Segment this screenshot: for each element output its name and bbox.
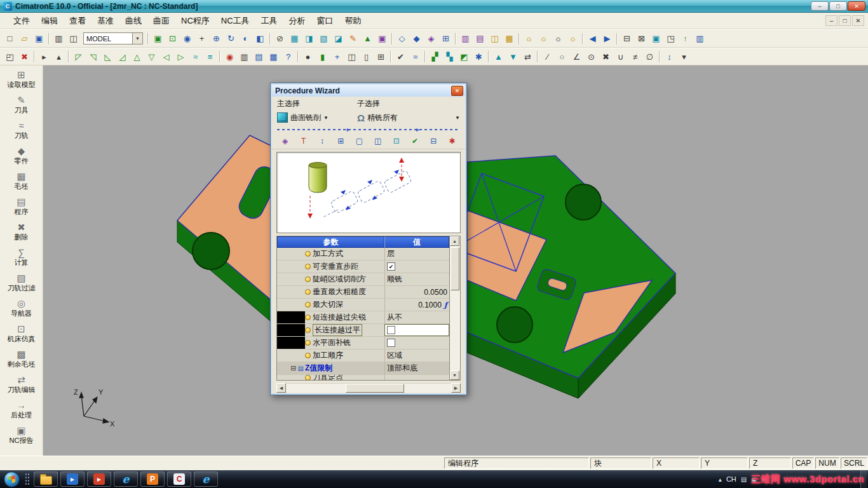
sidebar-item[interactable]: ⊞读取模型	[0, 67, 43, 92]
checkbox[interactable]	[387, 326, 395, 334]
toolbar-icon[interactable]: ≈	[188, 50, 203, 64]
menu-item-1[interactable]: 文件	[8, 14, 36, 28]
execute-icon[interactable]: ✱	[445, 135, 459, 148]
light-off-icon[interactable]: ☼	[551, 32, 566, 46]
toolbar-icon[interactable]: ∪	[613, 50, 628, 64]
param-row[interactable]: 水平面补铣	[277, 337, 449, 349]
verify-icon[interactable]: ✔	[409, 135, 422, 148]
bore-hole-bottom[interactable]	[497, 307, 532, 342]
sheet-icon[interactable]: ◫	[487, 32, 502, 46]
value-cell[interactable]	[384, 324, 449, 336]
param-row[interactable]: 可变垂直步距✔	[277, 261, 449, 273]
zoom-window-icon[interactable]: ⊡	[165, 32, 180, 46]
circle-icon[interactable]: ○	[555, 50, 569, 64]
vertical-scrollbar[interactable]	[449, 236, 460, 380]
sub-select-combo[interactable]: 精铣所有 ▼	[357, 112, 460, 123]
collapse-icon[interactable]: ⊟	[290, 365, 296, 372]
scroll-right-icon[interactable]	[451, 383, 461, 393]
sidebar-item[interactable]: ✖删除	[0, 219, 43, 245]
zoom-icon[interactable]: ◉	[180, 32, 194, 46]
sidebar-item[interactable]: ▧刀轨过滤	[0, 270, 43, 295]
sub-dropdown-arrow-icon[interactable]: ▼	[455, 115, 460, 121]
cimatron-icon[interactable]: C	[167, 471, 191, 487]
solid-icon[interactable]: ▣	[375, 32, 390, 46]
video-app-icon[interactable]: ▸	[87, 471, 111, 487]
menu-item-3[interactable]: 查看	[64, 14, 92, 28]
toolbar-icon[interactable]: ▽	[144, 50, 159, 64]
selection-filter-icon[interactable]: ◰	[3, 50, 17, 64]
scroll-left-icon[interactable]	[276, 383, 286, 393]
mdi-minimize-button[interactable]: –	[825, 15, 837, 26]
toolbar-icon[interactable]: ≠	[628, 50, 642, 64]
surface-icon[interactable]: ▲	[360, 32, 375, 46]
shading-icon[interactable]: ◐	[238, 32, 253, 46]
browser-icon[interactable]: e	[194, 471, 218, 487]
value-cell[interactable]: 区域	[384, 349, 449, 362]
value-column-header[interactable]: 值	[384, 236, 449, 248]
toolbar-icon[interactable]: ⊞	[374, 50, 388, 64]
menu-item-8[interactable]: NC工具	[215, 14, 255, 28]
curve-icon[interactable]: ◆	[409, 32, 424, 46]
bore-hole-top[interactable]	[566, 184, 601, 220]
menu-item-5[interactable]: 曲线	[119, 14, 147, 28]
print-icon[interactable]: ▥	[51, 32, 66, 46]
preview-icon[interactable]: ▢	[353, 135, 366, 148]
viewport-3d[interactable]: Z Y X Procedure Wizard ✕ 主选择 子选择 曲面铣削	[43, 65, 868, 456]
param-row[interactable]: 垂直最大粗糙度0.0500	[277, 286, 449, 299]
combo-arrow-icon[interactable]: ▼	[132, 33, 142, 44]
value-cell[interactable]: 0.1000ƒ	[384, 299, 449, 311]
param-row[interactable]: 陡峭区域切削方顺铣	[277, 273, 449, 286]
sidebar-item[interactable]: →后处理	[0, 397, 43, 423]
show-hidden-icon[interactable]: ▴	[719, 476, 722, 483]
rotate-view-icon[interactable]: ↻	[224, 32, 238, 46]
tool-icon[interactable]: T	[297, 135, 310, 148]
taskbar-grip[interactable]	[25, 473, 30, 485]
value-cell[interactable]	[384, 337, 449, 349]
value-cell[interactable]: 0.0500	[384, 286, 449, 298]
main-dropdown-arrow-icon[interactable]: ▼	[323, 115, 329, 121]
sidebar-item[interactable]: ◆零件	[0, 143, 43, 168]
toolbar-icon[interactable]: ≈	[408, 50, 423, 64]
checkbox[interactable]	[387, 339, 395, 347]
toolbar-icon[interactable]: ▮	[315, 50, 330, 64]
scroll-up-icon[interactable]	[450, 236, 459, 246]
light2-icon[interactable]: ☼	[536, 32, 551, 46]
light3-icon[interactable]: ☼	[566, 32, 580, 46]
toolbar-icon[interactable]: ✱	[471, 50, 486, 64]
horizontal-scroll-thumb[interactable]	[346, 384, 404, 393]
sidebar-item[interactable]: ⇄刀轨编辑	[0, 372, 43, 397]
p-app-icon[interactable]: P	[140, 471, 165, 487]
mold-plate-right[interactable]	[454, 156, 675, 398]
value-cell[interactable]	[384, 375, 449, 380]
toolbar-icon[interactable]: ▯	[359, 50, 374, 64]
menu-item-2[interactable]: 编辑	[36, 14, 64, 28]
menu-item-7[interactable]: NC程序	[175, 14, 215, 28]
sidebar-item[interactable]: ◎导航器	[0, 295, 43, 321]
light-icon[interactable]: ☼	[522, 32, 536, 46]
keyboard-icon[interactable]: ▤	[741, 476, 747, 483]
toolbar-icon[interactable]: ⊙	[584, 50, 599, 64]
param-column-header[interactable]: 参数	[277, 236, 384, 248]
explorer-icon[interactable]	[34, 471, 58, 487]
properties-icon[interactable]: ▥	[693, 32, 707, 46]
value-cell[interactable]: 从不	[384, 311, 449, 323]
pan-icon[interactable]: +	[194, 32, 209, 46]
face-icon[interactable]: ◈	[424, 32, 438, 46]
simulate-icon[interactable]: ⊡	[390, 135, 403, 148]
new-file-icon[interactable]: □	[3, 32, 17, 46]
value-cell[interactable]: 层	[384, 248, 449, 260]
vertical-scroll-thumb[interactable]	[451, 247, 459, 290]
main-select-combo[interactable]: 曲面铣削 ▼	[277, 112, 357, 123]
close-button[interactable]: ✕	[848, 1, 865, 11]
mdi-restore-button[interactable]: □	[839, 15, 851, 26]
toolbar-icon[interactable]: ▼	[506, 50, 520, 64]
sidebar-item[interactable]: ▣NC报告	[0, 423, 43, 448]
toolbar-icon[interactable]: ✖	[599, 50, 613, 64]
sidebar-item[interactable]: ✎刀具	[0, 92, 43, 118]
toolbar-icon[interactable]: ◸	[71, 50, 86, 64]
sidebar-item[interactable]: ▤程序	[0, 194, 43, 219]
geometry-icon[interactable]: ◈	[278, 135, 292, 148]
menu-item-10[interactable]: 分析	[283, 14, 311, 28]
toolbar-icon[interactable]: △	[130, 50, 144, 64]
param-row[interactable]: 最大切深0.1000ƒ	[277, 299, 449, 311]
